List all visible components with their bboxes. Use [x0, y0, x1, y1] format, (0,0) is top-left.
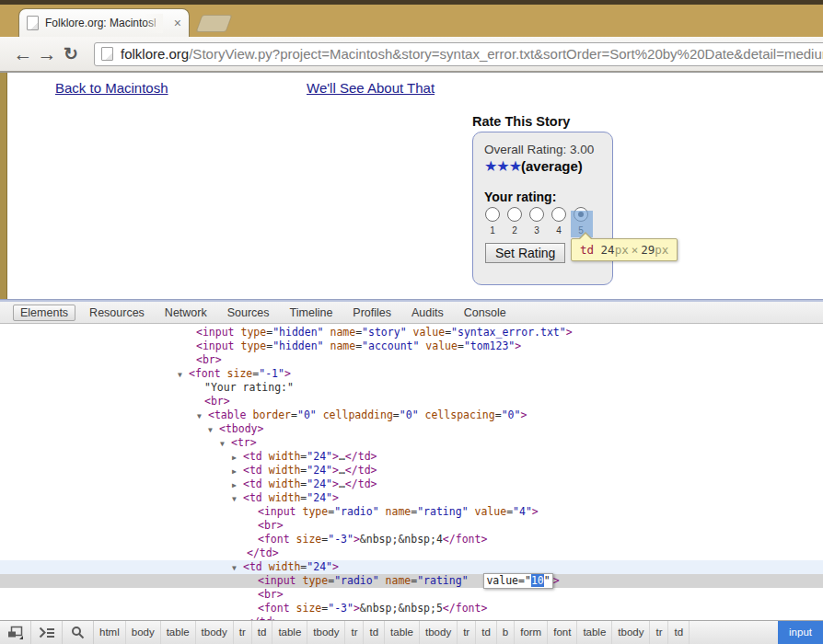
- expand-arrow-down-icon[interactable]: ▼: [232, 561, 243, 575]
- radio-label: 3: [526, 225, 548, 236]
- reload-button[interactable]: ↻: [59, 43, 83, 64]
- dom-tree-node[interactable]: <input type="hidden" name="account" valu…: [0, 339, 823, 353]
- radio-button-icon[interactable]: [551, 207, 566, 222]
- devtools-panel: ElementsResourcesNetworkSourcesTimelineP…: [0, 299, 823, 644]
- dom-tree-node[interactable]: <font size="-3">&nbsp;&nbsp;5</font>: [0, 602, 823, 615]
- devtools-tab-sources[interactable]: Sources: [221, 305, 276, 321]
- tab-favicon-icon: [27, 16, 39, 30]
- dom-tree-node[interactable]: ▶<td width="24">…</td>: [0, 464, 823, 477]
- breadcrumb-tbody[interactable]: tbody: [196, 621, 234, 644]
- rating-radio-2[interactable]: 2: [504, 207, 526, 236]
- dom-tree-node[interactable]: <br>: [0, 588, 823, 602]
- dom-tree-node[interactable]: </td>: [0, 546, 823, 560]
- back-button[interactable]: ←: [11, 43, 35, 65]
- dom-tree-node[interactable]: ▼<font size="-1">: [0, 367, 823, 381]
- breadcrumb-form[interactable]: form: [515, 621, 548, 644]
- radio-button-icon[interactable]: [529, 207, 544, 222]
- breadcrumb-tbody[interactable]: tbody: [420, 621, 458, 644]
- url-page-icon: [101, 47, 113, 61]
- link-well-see-about-that[interactable]: We'll See About That: [307, 80, 435, 96]
- tooltip-tag: td: [580, 243, 594, 257]
- dom-tree-node[interactable]: <br>: [0, 519, 823, 533]
- breadcrumb-tbody[interactable]: tbody: [612, 621, 650, 644]
- devtools-tab-timeline[interactable]: Timeline: [284, 305, 340, 321]
- elements-dom-tree: <input type="hidden" name="story" value=…: [0, 324, 823, 620]
- dom-tree-node[interactable]: ▼<td width="24">: [0, 491, 823, 505]
- dom-tree-node[interactable]: ▼<tr>: [0, 436, 823, 450]
- dom-tree-node[interactable]: <font size="-3">&nbsp;&nbsp;4</font>: [0, 533, 823, 546]
- rate-this-story-heading: Rate This Story: [472, 114, 570, 129]
- dom-tree-node[interactable]: ▼<table border="0" cellpadding="0" cells…: [0, 408, 823, 422]
- breadcrumb-table[interactable]: table: [161, 621, 196, 644]
- expand-arrow-down-icon[interactable]: ▼: [232, 492, 243, 506]
- rating-box: Overall Rating: 3.00 ★★★(average) Your r…: [472, 132, 613, 285]
- breadcrumb-td[interactable]: td: [252, 621, 273, 644]
- page-left-border: [0, 73, 7, 299]
- forward-button[interactable]: →: [35, 43, 59, 65]
- star-rating-icon: ★★★: [484, 158, 521, 174]
- devtools-tab-profiles[interactable]: Profiles: [346, 305, 398, 321]
- dom-tree-node[interactable]: ▶<td width="24">…</td>: [0, 477, 823, 491]
- devtools-tab-audits[interactable]: Audits: [405, 305, 450, 321]
- rating-radio-1[interactable]: 1: [481, 207, 504, 236]
- dom-tree-node[interactable]: <br>: [0, 395, 823, 408]
- breadcrumb-font[interactable]: font: [548, 621, 577, 644]
- stars-line: ★★★(average): [484, 157, 601, 175]
- dom-tree-node[interactable]: <input type="radio" name="rating" value=…: [0, 574, 823, 588]
- expand-arrow-right-icon[interactable]: ▶: [232, 451, 243, 465]
- breadcrumb-tr[interactable]: tr: [345, 621, 364, 644]
- breadcrumb-td[interactable]: td: [364, 621, 385, 644]
- link-back-to-macintosh[interactable]: Back to Macintosh: [55, 80, 168, 96]
- breadcrumb-tbody[interactable]: tbody: [307, 621, 345, 644]
- expand-arrow-down-icon[interactable]: ▼: [197, 409, 208, 423]
- dom-tree-node[interactable]: <br>: [0, 353, 823, 367]
- devtools-tab-network[interactable]: Network: [158, 305, 214, 321]
- console-toggle-icon[interactable]: [31, 621, 63, 644]
- expand-arrow-down-icon[interactable]: ▼: [208, 423, 219, 437]
- browser-tab[interactable]: Folklore.org: Macintosh St ×: [18, 8, 190, 37]
- radio-button-icon[interactable]: [507, 207, 522, 222]
- expand-arrow-down-icon[interactable]: ▼: [178, 368, 189, 382]
- breadcrumb-td[interactable]: td: [476, 621, 497, 644]
- attribute-edit-box[interactable]: value="10": [483, 573, 552, 589]
- devtools-tab-resources[interactable]: Resources: [83, 305, 151, 321]
- radio-button-icon[interactable]: [485, 207, 500, 222]
- breadcrumb-html[interactable]: html: [94, 621, 126, 644]
- new-tab-button[interactable]: [196, 15, 233, 32]
- breadcrumb-body[interactable]: body: [126, 621, 161, 644]
- tab-close-icon[interactable]: ×: [174, 17, 181, 29]
- breadcrumb-tr[interactable]: tr: [234, 621, 252, 644]
- dock-toggle-button[interactable]: [0, 621, 31, 644]
- dom-tree-node[interactable]: "Your rating:": [0, 381, 823, 395]
- address-bar[interactable]: folklore.org/StoryView.py?project=Macint…: [94, 42, 823, 66]
- breadcrumb-table[interactable]: table: [272, 621, 307, 644]
- dom-tree-node[interactable]: ▼<td width="24">: [0, 560, 823, 574]
- dom-tree-node[interactable]: ▼<tbody>: [0, 422, 823, 436]
- set-rating-button[interactable]: Set Rating: [485, 243, 565, 263]
- breadcrumb-input-selected[interactable]: input: [778, 621, 823, 644]
- radio-label: 4: [548, 225, 570, 236]
- devtools-status-bar: htmlbodytabletbodytrtdtabletbodytrtdtabl…: [0, 620, 823, 644]
- devtools-tab-console[interactable]: Console: [458, 305, 513, 321]
- url-host: folklore.org: [121, 46, 189, 62]
- breadcrumb-td[interactable]: td: [668, 621, 690, 644]
- expand-arrow-down-icon[interactable]: ▼: [220, 437, 231, 451]
- dom-tree-node[interactable]: ▶<td width="24">…</td>: [0, 450, 823, 464]
- expand-arrow-right-icon[interactable]: ▶: [232, 478, 243, 492]
- rating-radio-3[interactable]: 3: [526, 207, 548, 236]
- radio-label: 2: [504, 225, 526, 236]
- breadcrumb-tr[interactable]: tr: [458, 621, 476, 644]
- inspect-magnifier-icon[interactable]: [63, 621, 94, 644]
- expand-arrow-right-icon[interactable]: ▶: [232, 465, 243, 478]
- breadcrumb-table[interactable]: table: [577, 621, 612, 644]
- dom-tree-node[interactable]: <input type="radio" name="rating" value=…: [0, 505, 823, 519]
- devtools-tab-elements[interactable]: Elements: [13, 305, 75, 321]
- breadcrumb-table[interactable]: table: [385, 621, 420, 644]
- tab-title-fade: [145, 14, 163, 33]
- tab-title: Folklore.org: Macintosh St: [45, 17, 156, 29]
- browser-toolbar: ← → ↻ folklore.org/StoryView.py?project=…: [0, 37, 823, 72]
- dom-tree-node[interactable]: <input type="hidden" name="story" value=…: [0, 326, 823, 339]
- rating-radio-4[interactable]: 4: [548, 207, 570, 236]
- breadcrumb-b[interactable]: b: [497, 621, 515, 644]
- breadcrumb-tr[interactable]: tr: [650, 621, 668, 644]
